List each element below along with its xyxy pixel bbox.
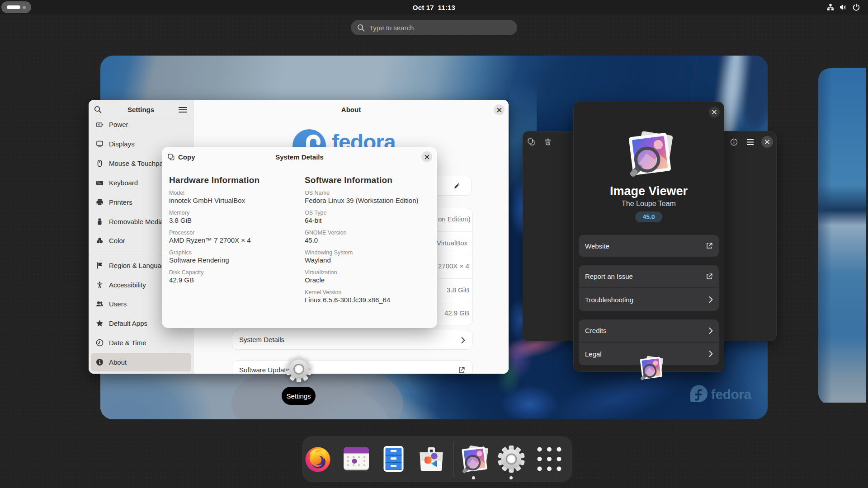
svg-text:fedora: fedora xyxy=(332,130,396,147)
svg-text:fedora: fedora xyxy=(711,387,752,402)
